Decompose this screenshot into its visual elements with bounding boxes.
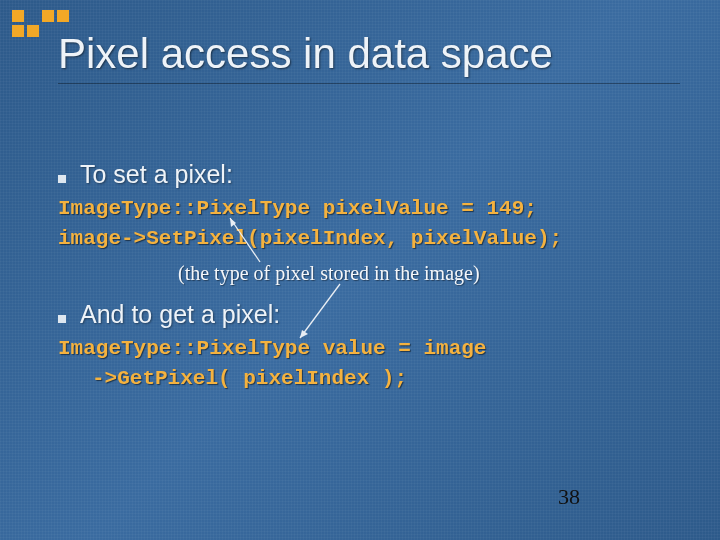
slide: Pixel access in data space To set a pixe… <box>0 0 720 540</box>
bullet-marker-icon <box>58 175 66 183</box>
bullet-set-pixel: To set a pixel: <box>58 160 670 189</box>
code-set-line1: ImageType::PixelType pixelValue = 149; <box>58 195 670 223</box>
slide-title: Pixel access in data space <box>58 30 680 84</box>
page-number: 38 <box>558 484 580 510</box>
code-set-line2: image->SetPixel(pixelIndex, pixelValue); <box>58 225 670 253</box>
code-get-line2: ->GetPixel( pixelIndex ); <box>58 365 670 393</box>
code-get-line1: ImageType::PixelType value = image <box>58 335 670 363</box>
bullet-marker-icon <box>58 315 66 323</box>
bullet-text: And to get a pixel: <box>80 300 280 329</box>
bullet-text: To set a pixel: <box>80 160 233 189</box>
bullet-get-pixel: And to get a pixel: <box>58 300 670 329</box>
annotation-text: (the type of pixel stored in the image) <box>178 262 480 285</box>
